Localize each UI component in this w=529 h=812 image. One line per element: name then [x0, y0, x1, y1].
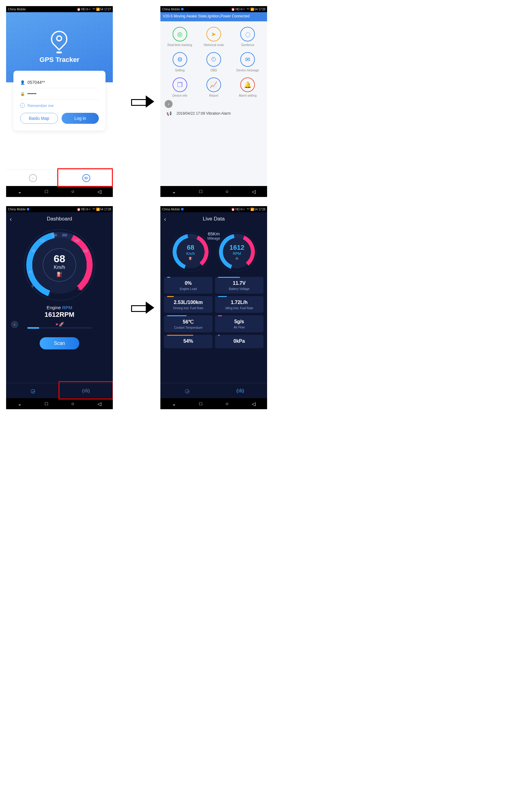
page-title-bar: ‹ Dashboard — [6, 212, 113, 226]
menu-item-obd[interactable]: ⏲ OBD — [197, 52, 231, 72]
nav-back-icon[interactable]: ◁ — [98, 189, 101, 194]
nav-home-icon[interactable]: ○ — [226, 189, 229, 194]
speaker-icon: 📢 — [166, 111, 172, 116]
metric-value: 2.53L/100km — [167, 300, 209, 305]
metric-label: Driving Inst. Fuel Rate — [167, 306, 209, 310]
tab-gauge[interactable]: ◶ — [160, 383, 214, 398]
metric-card: 5g/s Air Flow — [215, 315, 263, 332]
speed-unit: Km/h — [54, 265, 65, 270]
menu-icon: ◎ — [173, 27, 187, 42]
menu-item-real-time-tracking[interactable]: ◎ Real-time tracking — [163, 27, 197, 47]
metric-value: 11.7V — [218, 280, 260, 286]
menu-grid: ◎ Real-time tracking➤ Historical route◌ … — [160, 21, 267, 100]
metric-card: 56℃ Coolant Temperature — [164, 315, 212, 332]
nav-down-icon[interactable]: ⌄ — [18, 189, 21, 194]
page-title: Live Data — [203, 216, 225, 222]
latest-alarm-row[interactable]: 📢 2019/04/22 17:09 Vibration Alarm — [160, 105, 267, 121]
tab-id[interactable]: ID — [59, 170, 113, 186]
menu-item-historical-route[interactable]: ➤ Historical route — [197, 27, 231, 47]
pager-back-button[interactable]: ‹ — [165, 100, 173, 108]
menu-item-report[interactable]: 📈 Report — [197, 77, 231, 97]
menu-icon: ❐ — [173, 77, 187, 92]
nav-down-icon[interactable]: ⌄ — [18, 401, 21, 407]
metric-card: 1.72L/h Idling Inst. Fuel Rate — [215, 296, 263, 313]
menu-item-alarm-setting[interactable]: 🔔 Alarm setting — [231, 77, 265, 97]
menu-label: Device info — [172, 94, 187, 97]
metric-cards: 0% Engine Load 11.7V Battery Voltage 2.5… — [160, 274, 267, 351]
menu-label: Report — [209, 94, 218, 97]
status-bar: China Mobile ⏰ HD ⟳ ᯤ ⁴ᴳ 📶 54 17:28 — [160, 206, 267, 212]
tab-account[interactable]: ☺ — [6, 170, 59, 186]
menu-item-setting[interactable]: ⚙ Setting — [163, 52, 197, 72]
metric-card: 0% Engine Load — [164, 277, 212, 294]
prev-page-button[interactable]: ‹ — [11, 321, 18, 328]
mini-gauge-rpm: 1612RPM⁂ — [217, 232, 256, 271]
android-nav: ⌄ □ ○ ◁ — [160, 398, 267, 409]
nav-home-icon[interactable]: ○ — [71, 189, 74, 194]
menu-icon: 📈 — [206, 77, 221, 92]
status-bar: China Mobile ⏰ HD ⟳ ᯤ ⁴ᴳ 📶 54 17:28 — [160, 6, 267, 12]
rpm-progress — [27, 327, 91, 329]
pager-dots: • · — [160, 103, 267, 105]
tab-gauge[interactable]: ◶ — [6, 383, 59, 398]
menu-item-device-info[interactable]: ❐ Device info — [163, 77, 197, 97]
login-mode-tabs: ☺ ID — [6, 170, 113, 186]
password-field[interactable]: 🔒 •••••• — [20, 88, 99, 99]
login-button[interactable]: Log in — [62, 113, 99, 124]
check-icon: ✓ — [20, 103, 25, 108]
screen-main-menu: China Mobile ⏰ HD ⟳ ᯤ ⁴ᴳ 📶 54 17:28 V20-… — [160, 6, 267, 197]
nav-back-icon[interactable]: ◁ — [252, 401, 255, 407]
baidu-map-button[interactable]: Baidu Map — [20, 113, 58, 124]
bottom-tabs: ◶ ⦅ılı⦆ — [160, 383, 267, 398]
nav-recent-icon[interactable]: □ — [200, 401, 203, 406]
fuel-icon: ⛽ — [189, 257, 192, 260]
bottom-tabs: ◶ ⦅ılı⦆ — [6, 383, 113, 398]
person-icon: ☺ — [29, 174, 37, 182]
username-field[interactable]: 👤 057044** — [20, 77, 99, 88]
speed-value: 68 — [54, 253, 65, 265]
menu-label: Setting — [175, 69, 185, 72]
lock-icon: 🔒 — [20, 91, 25, 96]
menu-icon: ◌ — [240, 27, 255, 42]
nav-home-icon[interactable]: ○ — [226, 401, 229, 406]
app-title: GPS Tracker — [40, 56, 79, 64]
tab-bars[interactable]: ⦅ılı⦆ — [214, 383, 267, 398]
metric-value: 1.72L/h — [218, 300, 260, 305]
menu-item-geofence[interactable]: ◌ Geofence — [231, 27, 265, 47]
screen-dashboard: China Mobile ⏰ HD ⟳ ᯤ ⁴ᴳ 📶 54 17:28 ‹ Da… — [6, 206, 113, 409]
metric-card: 11.7V Battery Voltage — [215, 277, 263, 294]
menu-label: Alarm setting — [239, 94, 256, 97]
screen-login: China Mobile ⏰ HD ⟳ ᯤ ⁴ᴳ 📶 54 17:27 GPS … — [6, 6, 113, 197]
back-button[interactable]: ‹ — [164, 216, 166, 222]
metric-label: Engine Load — [167, 287, 209, 291]
speed-gauge: 0 40 80 120 160 200 240 280 320 360 400 … — [25, 230, 94, 300]
engine-rpm-block: Engine RPM 1612RPM ➤🚀 — [6, 303, 113, 330]
rocket-icon: ➤🚀 — [6, 322, 113, 327]
nav-back-icon[interactable]: ◁ — [98, 401, 101, 407]
menu-label: OBD — [210, 69, 217, 72]
android-nav: ⌄ □ ○ ◁ — [6, 186, 113, 197]
remember-me-toggle[interactable]: ✓ Remember me — [20, 99, 99, 113]
nav-home-icon[interactable]: ○ — [71, 401, 74, 406]
nav-down-icon[interactable]: ⌄ — [172, 189, 176, 194]
nav-recent-icon[interactable]: □ — [200, 189, 203, 194]
menu-item-device-message[interactable]: ✉ Device message — [231, 52, 265, 72]
menu-label: Historical route — [204, 43, 224, 47]
login-card: 👤 057044** 🔒 •••••• ✓ Remember me Baidu … — [13, 71, 105, 131]
metric-label: Air Flow — [218, 326, 260, 329]
back-button[interactable]: ‹ — [10, 216, 12, 222]
nav-down-icon[interactable]: ⌄ — [172, 401, 176, 407]
nav-recent-icon[interactable]: □ — [45, 189, 48, 194]
scan-button[interactable]: Scan — [40, 337, 79, 349]
menu-icon: ⏲ — [206, 52, 221, 67]
android-nav: ⌄ □ ○ ◁ — [6, 398, 113, 409]
nav-back-icon[interactable]: ◁ — [252, 189, 255, 194]
device-status-header: V20-5 Moving Awake State,Ignition,Power … — [160, 12, 267, 21]
tab-bars[interactable]: ⦅ılı⦆ — [59, 383, 113, 398]
menu-label: Real-time tracking — [167, 43, 192, 47]
nav-recent-icon[interactable]: □ — [45, 401, 48, 406]
menu-icon: ✉ — [240, 52, 255, 67]
metric-label: Coolant Temperature — [167, 326, 209, 329]
metric-card: 54% — [164, 335, 212, 348]
mini-gauge-cluster: 65Km Mileage 68Km/h⛽ 1612RPM⁂ — [171, 229, 256, 272]
